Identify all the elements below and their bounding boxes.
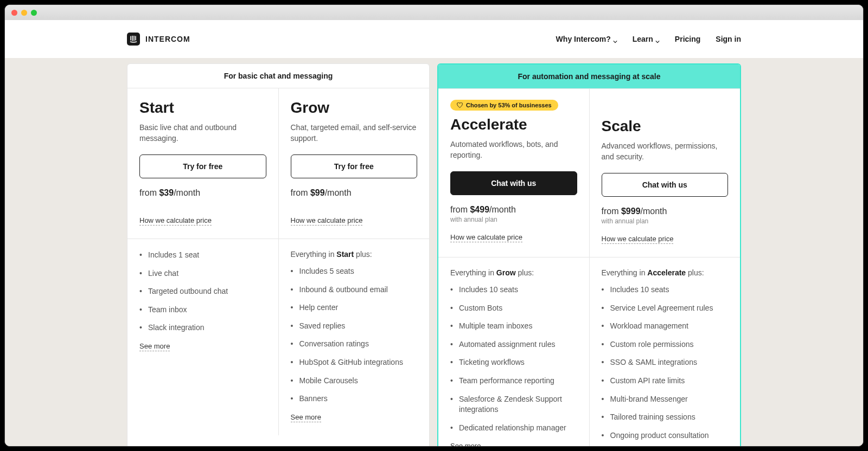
feature-item: Inbound & outbound email	[291, 285, 418, 295]
popularity-badge: Chosen by 53% of businesses	[450, 100, 558, 111]
plan-card: StartBasic live chat and outbound messag…	[127, 88, 278, 239]
site-header: INTERCOM Why Intercom? Learn Pricing Sig…	[5, 20, 863, 58]
features-column: Everything in Start plus:Includes 5 seat…	[278, 239, 430, 435]
price-note	[291, 199, 418, 208]
see-more-link[interactable]: See more	[450, 442, 481, 446]
feature-item: Includes 1 seat	[139, 250, 266, 261]
plan-group-header: For automation and messaging at scale	[438, 65, 740, 88]
feature-item: Automated assignment rules	[450, 339, 577, 350]
see-more-link[interactable]: See more	[139, 342, 170, 351]
calculate-price-link[interactable]: How we calculate price	[139, 216, 212, 226]
logo[interactable]: INTERCOM	[127, 33, 190, 46]
logo-text: INTERCOM	[145, 35, 190, 43]
plan-description: Chat, targeted email, and self-service s…	[291, 122, 418, 145]
plan-group: For basic chat and messagingStartBasic l…	[127, 63, 430, 446]
try-for-free-button[interactable]: Chat with us	[602, 173, 729, 197]
try-for-free-button[interactable]: Try for free	[139, 154, 266, 178]
feature-item: Custom role permissions	[602, 339, 729, 350]
feature-item: HubSpot & GitHub integrations	[291, 357, 418, 368]
page-viewport: INTERCOM Why Intercom? Learn Pricing Sig…	[5, 20, 863, 446]
feature-list: Includes 5 seatsInbound & outbound email…	[291, 266, 418, 404]
nav-label: Learn	[633, 35, 653, 43]
heart-icon	[457, 102, 463, 108]
pricing-section: For basic chat and messagingStartBasic l…	[114, 58, 754, 446]
feature-item: Salesforce & Zendesk Support integration…	[450, 394, 577, 415]
feature-item: Mobile Carousels	[291, 376, 418, 386]
plan-name: Start	[139, 99, 266, 117]
window-minimize-icon[interactable]	[21, 10, 27, 16]
feature-item: Help center	[291, 302, 418, 313]
price-prefix: from	[450, 205, 470, 214]
main-nav: Why Intercom? Learn Pricing Sign in	[556, 35, 741, 43]
plan-description: Automated workflows, bots, and reporting…	[450, 139, 577, 162]
feature-item: Includes 10 seats	[602, 285, 729, 295]
feature-item: Team performance reporting	[450, 376, 577, 386]
price-prefix: from	[291, 188, 310, 197]
feature-item: Dedicated relationship manager	[450, 423, 577, 434]
window-close-icon[interactable]	[11, 10, 17, 16]
calculate-price-link[interactable]: How we calculate price	[291, 216, 363, 226]
feature-item: Workload management	[602, 321, 729, 332]
calculate-price-link[interactable]: How we calculate price	[450, 233, 522, 242]
nav-label: Sign in	[716, 35, 741, 43]
feature-item: Tailored training sessions	[602, 412, 729, 423]
feature-item: Includes 10 seats	[450, 285, 577, 295]
plans-row: StartBasic live chat and outbound messag…	[127, 88, 429, 239]
price-amount: $39	[159, 188, 174, 197]
feature-item: Banners	[291, 394, 418, 404]
features-column: Includes 1 seatLive chatTargeted outboun…	[127, 239, 278, 435]
nav-label: Why Intercom?	[556, 35, 611, 43]
feature-item: Targeted outbound chat	[139, 286, 266, 297]
price-suffix: /month	[325, 188, 352, 197]
plan-group-header: For basic chat and messaging	[127, 64, 429, 88]
price-suffix: /month	[641, 207, 667, 216]
plan-card: Chosen by 53% of businessesAccelerateAut…	[438, 88, 589, 257]
feature-item: SSO & SAML integrations	[602, 357, 729, 368]
plan-group: For automation and messaging at scaleCho…	[437, 63, 741, 446]
feature-item: Live chat	[139, 268, 266, 279]
price-suffix: /month	[174, 188, 200, 197]
logo-mark-icon	[127, 33, 140, 46]
feature-item: Custom API rate limits	[602, 376, 729, 386]
price-prefix: from	[602, 207, 621, 216]
browser-window: INTERCOM Why Intercom? Learn Pricing Sig…	[4, 4, 864, 447]
plan-name: Scale	[602, 118, 729, 135]
features-intro: Everything in Grow plus:	[450, 268, 577, 277]
plan-card: ScaleAdvanced workflows, permissions, an…	[589, 88, 741, 257]
nav-signin[interactable]: Sign in	[716, 35, 741, 43]
see-more-link[interactable]: See more	[291, 413, 321, 422]
feature-item: Multiple team inboxes	[450, 321, 577, 332]
chevron-down-icon	[613, 37, 617, 41]
window-maximize-icon[interactable]	[31, 10, 37, 16]
feature-item: Team inbox	[139, 305, 266, 315]
price-note: with annual plan	[450, 216, 577, 224]
plan-card: GrowChat, targeted email, and self-servi…	[278, 88, 430, 239]
price-suffix: /month	[489, 205, 516, 214]
feature-item: Multi-brand Messenger	[602, 394, 729, 405]
try-for-free-button[interactable]: Try for free	[291, 154, 418, 178]
plan-name: Grow	[291, 99, 418, 117]
nav-pricing[interactable]: Pricing	[675, 35, 700, 43]
plan-price: from $999/month	[602, 207, 729, 216]
nav-why-intercom[interactable]: Why Intercom?	[556, 35, 617, 43]
feature-item: Saved replies	[291, 321, 418, 332]
feature-list: Includes 10 seatsService Level Agreement…	[602, 285, 729, 441]
nav-learn[interactable]: Learn	[633, 35, 660, 43]
feature-item: Ongoing product consultation	[602, 430, 729, 441]
feature-item: Slack integration	[139, 323, 266, 333]
chat-with-us-button[interactable]: Chat with us	[450, 171, 577, 195]
window-title-bar	[5, 5, 863, 20]
features-intro: Everything in Accelerate plus:	[602, 268, 729, 277]
calculate-price-link[interactable]: How we calculate price	[602, 235, 674, 244]
features-row: Everything in Grow plus:Includes 10 seat…	[438, 257, 740, 446]
price-prefix: from	[139, 188, 159, 197]
features-column: Everything in Grow plus:Includes 10 seat…	[438, 257, 589, 446]
feature-item: Custom Bots	[450, 303, 577, 314]
price-note: with annual plan	[602, 217, 729, 226]
feature-list: Includes 1 seatLive chatTargeted outboun…	[139, 250, 266, 333]
plans-row: Chosen by 53% of businessesAccelerateAut…	[438, 88, 740, 257]
price-amount: $499	[470, 205, 489, 214]
price-amount: $999	[621, 207, 641, 216]
feature-item: Ticketing workflows	[450, 357, 577, 368]
plan-description: Advanced workflows, permissions, and sec…	[602, 140, 729, 163]
